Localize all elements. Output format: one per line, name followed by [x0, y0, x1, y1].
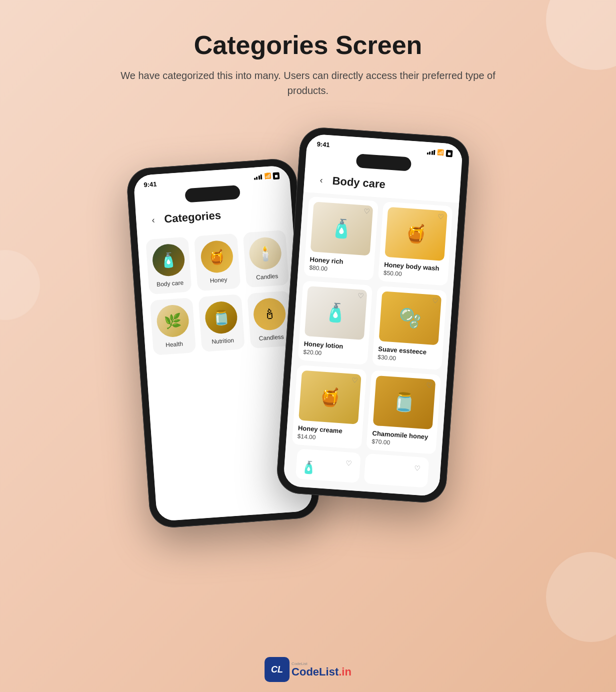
heart-chamomile[interactable]: ♡ — [423, 379, 436, 392]
signal-bar-4 — [260, 174, 262, 179]
logo-text: CL — [271, 664, 283, 675]
phones-container: 9:41 📶 ■ ‹ Categ — [0, 113, 616, 524]
back-button-left[interactable]: ‹ — [146, 212, 161, 228]
heart-partial-left[interactable]: ♡ — [342, 457, 356, 470]
category-candles[interactable]: 🕯️ Candles — [242, 230, 289, 288]
category-label-honey: Honey — [210, 276, 228, 284]
page-title: Categories Screen — [100, 30, 516, 60]
products-content: ♡ 🧴 Honey rich $80.00 ♡ 🍯 Honey body — [283, 192, 459, 496]
signal-bars-right — [427, 149, 436, 154]
category-icon-candless: 🕯 — [252, 297, 286, 331]
footer: CL CodeList CodeList.in — [264, 657, 352, 682]
category-label-body-care: Body care — [156, 279, 184, 288]
category-icon-candles: 🕯️ — [248, 236, 282, 270]
category-nutrition[interactable]: 🫙 Nutrition — [198, 294, 245, 352]
category-label-candles: Candles — [256, 272, 278, 281]
time-right: 9:41 — [316, 140, 330, 149]
battery-icon-left: ■ — [273, 172, 280, 180]
phone-right: 9:41 📶 ■ ‹ Body — [276, 126, 470, 504]
category-icon-body-care: 🧴 — [152, 243, 186, 277]
signal-bar-r1 — [427, 152, 428, 154]
codelist-text: CodeList.in — [292, 666, 352, 678]
signal-bar-3 — [258, 176, 260, 180]
partial-card-left[interactable]: ♡ 🧴 — [296, 448, 361, 483]
categories-grid: 🧴 Body care 🍯 Honey 🕯️ Candles — [137, 224, 302, 362]
category-icon-nutrition: 🫙 — [204, 300, 238, 334]
product-honey-body-wash[interactable]: ♡ 🍯 Honey body wash $50.00 — [378, 202, 453, 286]
time-left: 9:41 — [144, 180, 157, 188]
category-body-care[interactable]: 🧴 Body care — [146, 236, 192, 294]
heart-honey-rich[interactable]: ♡ — [360, 205, 374, 218]
signal-bars-left — [254, 174, 262, 180]
status-icons-right: 📶 ■ — [427, 148, 453, 157]
heart-suave[interactable]: ♡ — [429, 294, 442, 308]
category-icon-honey: 🍯 — [200, 240, 234, 274]
signal-bar-r4 — [434, 150, 436, 154]
signal-bar-2 — [256, 176, 258, 180]
partial-card-right[interactable]: ♡ — [364, 454, 430, 488]
signal-bar-r3 — [432, 150, 434, 154]
category-icon-health: 🌿 — [156, 304, 190, 338]
heart-honey-creame[interactable]: ♡ — [348, 374, 362, 386]
codelist-logo: CL — [264, 657, 290, 682]
category-label-candless: Candless — [258, 333, 284, 342]
product-chamomile[interactable]: ♡ 🫙 Chamomile honey $70.00 — [366, 370, 441, 454]
status-icons-left: 📶 ■ — [254, 172, 280, 181]
page-subtitle: We have categorized this into many. User… — [100, 68, 516, 98]
wifi-icon-left: 📶 — [264, 172, 272, 180]
category-health[interactable]: 🌿 Health — [150, 298, 196, 356]
category-label-health: Health — [166, 340, 184, 348]
product-honey-creame[interactable]: ♡ 🍯 Honey creame $14.00 — [292, 365, 367, 449]
category-honey[interactable]: 🍯 Honey — [194, 234, 240, 292]
heart-partial-right[interactable]: ♡ — [411, 462, 424, 474]
products-grid: ♡ 🧴 Honey rich $80.00 ♡ 🍯 Honey body — [292, 196, 453, 454]
back-button-right[interactable]: ‹ — [314, 172, 329, 188]
heart-honey-lotion[interactable]: ♡ — [354, 290, 368, 302]
product-honey-lotion[interactable]: ♡ 🧴 Honey lotion $20.00 — [298, 280, 372, 364]
phone-right-screen: 9:41 📶 ■ ‹ Body — [283, 134, 463, 496]
nav-title-left: Categories — [164, 209, 222, 226]
deco-circle-bottom-right — [546, 552, 616, 642]
nav-title-right: Body care — [332, 174, 386, 191]
codelist-brand: CodeList CodeList.in — [292, 662, 352, 678]
product-suave[interactable]: ♡ 🫧 Suave essteece $30.00 — [372, 286, 447, 370]
category-label-nutrition: Nutrition — [212, 336, 234, 345]
battery-icon-right: ■ — [446, 150, 453, 157]
wifi-icon-right: 📶 — [437, 149, 444, 156]
signal-bar-1 — [254, 178, 256, 180]
page-header: Categories Screen We have categorized th… — [0, 0, 616, 113]
product-honey-rich[interactable]: ♡ 🧴 Honey rich $80.00 — [304, 196, 378, 280]
signal-bar-r2 — [429, 152, 430, 154]
heart-honey-body-wash[interactable]: ♡ — [434, 210, 448, 223]
